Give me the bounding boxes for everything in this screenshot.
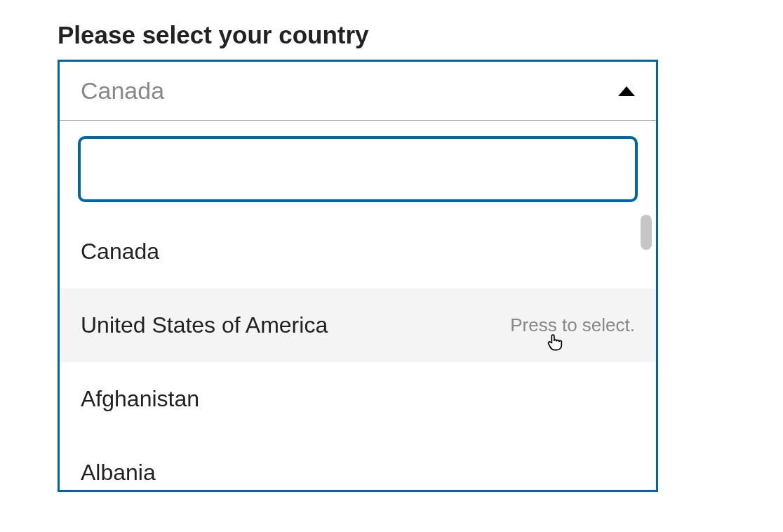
option-afghanistan[interactable]: Afghanistan [60,362,656,436]
country-dropdown: Canada Canada United States of America P… [58,60,658,492]
option-label: Albania [81,460,156,486]
scrollbar-track[interactable] [641,215,652,490]
hint-text: Press to select. [510,314,635,336]
options-wrapper: Canada United States of America Press to… [60,215,656,490]
option-canada[interactable]: Canada [60,215,656,288]
search-area [60,121,656,215]
option-label: Canada [81,239,159,265]
scrollbar-thumb[interactable] [641,215,652,250]
dropdown-header[interactable]: Canada [60,62,656,121]
option-label: Afghanistan [81,386,199,412]
dropdown-selected-value: Canada [81,77,164,105]
search-input[interactable] [78,136,638,202]
option-albania[interactable]: Albania [60,436,656,490]
option-united-states[interactable]: United States of America Press to select… [60,288,656,362]
chevron-up-icon [618,86,635,96]
option-label: United States of America [81,312,328,338]
options-list: Canada United States of America Press to… [60,215,656,490]
field-label: Please select your country [58,21,783,49]
